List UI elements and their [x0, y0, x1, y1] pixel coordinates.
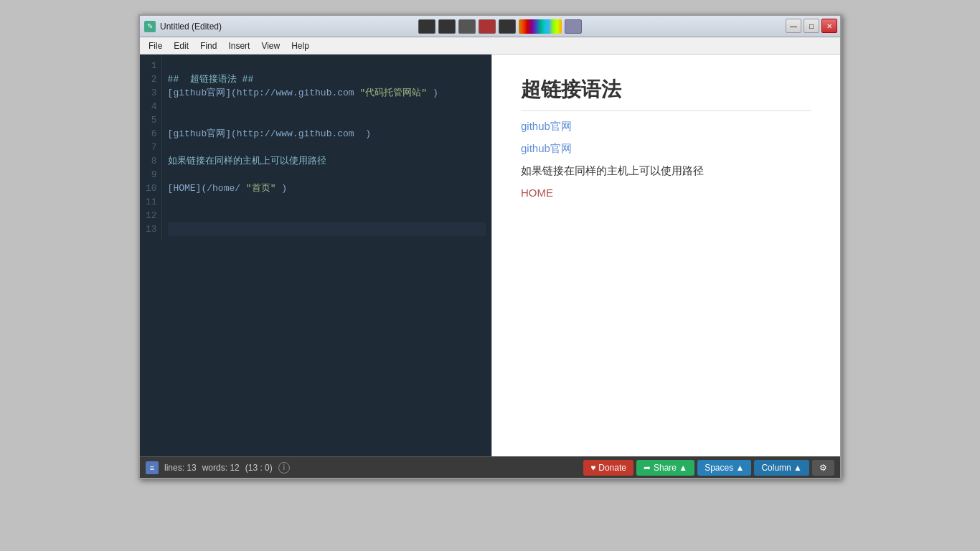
status-bar: ≡ lines: 13 words: 12 (13 : 0) i ♥ Donat…	[140, 456, 840, 478]
window-controls: — □ ✕	[786, 19, 837, 33]
status-lines: lines: 13	[164, 463, 197, 473]
preview-link-2[interactable]: github官网	[521, 142, 811, 156]
menu-find[interactable]: Find	[194, 39, 222, 52]
status-info: ≡ lines: 13 words: 12 (13 : 0) i	[146, 461, 583, 474]
share-icon: ➦	[644, 463, 651, 473]
code-line-1	[168, 59, 486, 72]
column-label: Column ▲	[761, 463, 802, 473]
title-bar: ✎ Untitled (Edited) — □ ✕	[140, 16, 840, 37]
donate-label: Donate	[598, 463, 626, 473]
spaces-button[interactable]: Spaces ▲	[697, 460, 751, 476]
preview-link-1[interactable]: github官网	[521, 120, 811, 133]
preview-title: 超链接语法	[521, 76, 811, 111]
menu-view[interactable]: View	[255, 39, 286, 52]
code-content[interactable]: ## 超链接语法 ## [github官网](http://www.github…	[162, 55, 491, 240]
settings-icon: ⚙	[819, 463, 827, 473]
close-button[interactable]: ✕	[821, 19, 837, 33]
app-icon: ✎	[144, 21, 156, 32]
code-line-5	[168, 113, 486, 127]
menu-bar: File Edit Find Insert View Help	[140, 37, 840, 55]
menu-file[interactable]: File	[143, 39, 168, 52]
code-line-7	[168, 141, 486, 154]
preview-link-home[interactable]: HOME	[521, 187, 811, 199]
code-line-12	[168, 209, 486, 222]
code-line-8: 如果链接在同样的主机上可以使用路径	[168, 154, 486, 168]
editor-panel[interactable]: 1 2 3 4 5 6 7 8 9 10 11 12 13 ## 超链接语法	[140, 55, 491, 456]
menu-edit[interactable]: Edit	[168, 39, 194, 52]
code-line-6: [github官网](http://www.github.com )	[168, 127, 486, 141]
donate-button[interactable]: ♥ Donate	[583, 460, 633, 476]
code-line-2: ## 超链接语法 ##	[168, 72, 486, 86]
code-line-13	[168, 222, 486, 236]
code-line-3: [github官网](http://www.github.com "代码托管网站…	[168, 86, 486, 100]
status-buttons: ♥ Donate ➦ Share ▲ Spaces ▲ Column ▲ ⚙	[583, 460, 834, 476]
main-area: 1 2 3 4 5 6 7 8 9 10 11 12 13 ## 超链接语法	[140, 55, 840, 456]
app-window: ✎ Untitled (Edited) — □ ✕ File Edit Find…	[138, 14, 842, 479]
code-line-10: [HOME](/home/ "首页" )	[168, 182, 486, 195]
preview-text-1: 如果链接在同样的主机上可以使用路径	[521, 164, 811, 178]
window-title: Untitled (Edited)	[160, 22, 222, 32]
donate-icon: ♥	[590, 463, 595, 473]
restore-button[interactable]: □	[804, 19, 819, 33]
share-label: Share ▲	[654, 463, 687, 473]
status-position: (13 : 0)	[245, 463, 273, 473]
spaces-label: Spaces ▲	[705, 463, 744, 473]
column-button[interactable]: Column ▲	[754, 460, 809, 476]
code-line-11	[168, 195, 486, 209]
line-numbers: 1 2 3 4 5 6 7 8 9 10 11 12 13	[140, 55, 162, 240]
share-button[interactable]: ➦ Share ▲	[636, 460, 694, 476]
status-words: words: 12	[202, 463, 240, 473]
settings-button[interactable]: ⚙	[812, 460, 834, 476]
code-line-4	[168, 100, 486, 113]
menu-help[interactable]: Help	[286, 39, 315, 52]
menu-insert[interactable]: Insert	[222, 39, 255, 52]
info-icon[interactable]: i	[278, 462, 290, 474]
code-line-9	[168, 168, 486, 182]
status-file-icon: ≡	[146, 461, 159, 474]
preview-panel: 超链接语法 github官网 github官网 如果链接在同样的主机上可以使用路…	[491, 55, 840, 456]
minimize-button[interactable]: —	[786, 19, 801, 33]
